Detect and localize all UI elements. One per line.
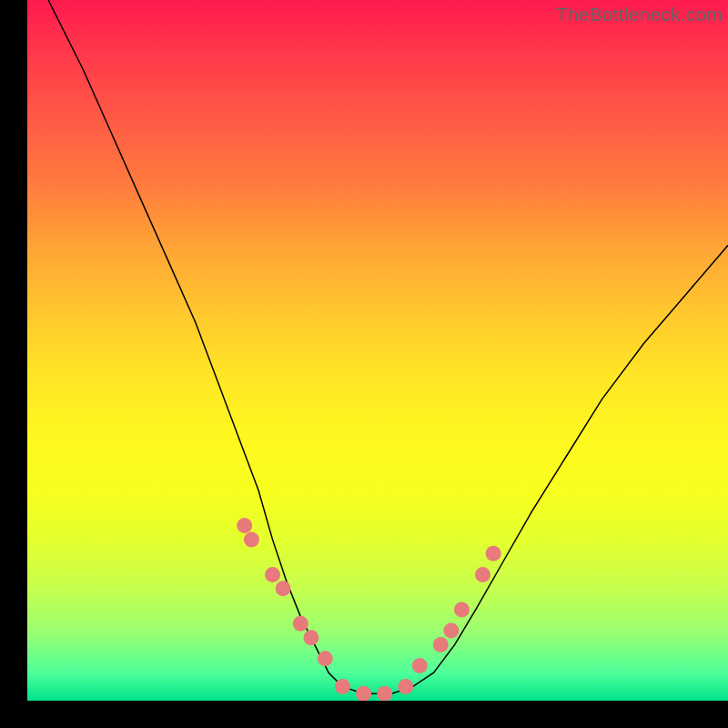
marker-point: [293, 616, 308, 632]
marker-point: [412, 658, 428, 673]
chart-overlay: [27, 0, 728, 701]
marker-point: [318, 651, 333, 666]
marker-point: [335, 679, 350, 694]
marker-point: [303, 630, 318, 645]
marker-point: [377, 686, 392, 701]
marker-point: [398, 679, 413, 694]
marker-point: [454, 602, 470, 617]
marker-point: [433, 637, 449, 652]
marker-point: [475, 567, 490, 582]
marker-group: [237, 518, 500, 701]
bottleneck-curve: [48, 0, 728, 693]
marker-point: [244, 531, 259, 547]
marker-point: [237, 518, 252, 533]
plot-area: TheBottleneck.com: [27, 0, 728, 701]
chart-frame: TheBottleneck.com: [0, 0, 728, 728]
marker-point: [443, 623, 459, 639]
watermark-text: TheBottleneck.com: [556, 4, 723, 25]
marker-point: [276, 581, 291, 596]
marker-point: [265, 567, 280, 582]
marker-point: [356, 686, 371, 701]
marker-point: [486, 546, 501, 561]
